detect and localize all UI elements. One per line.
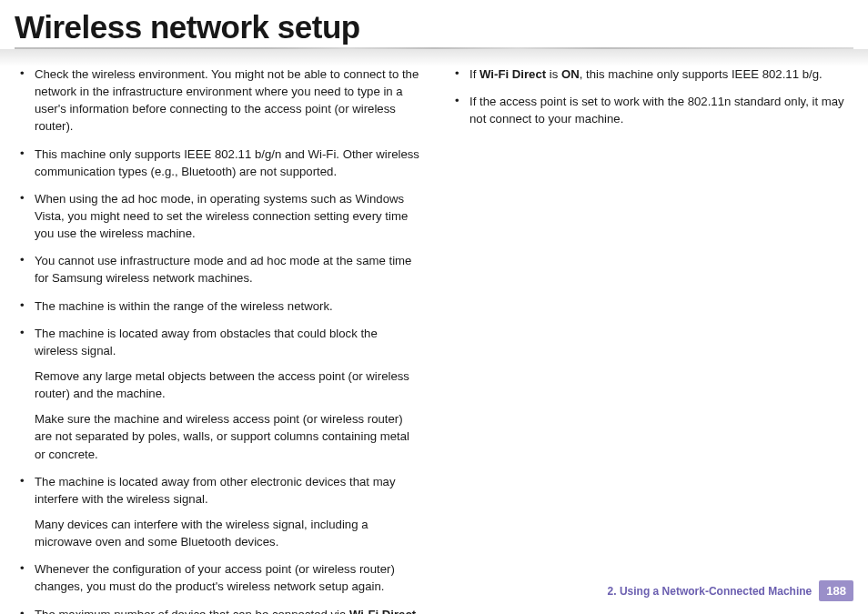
content-area: Check the wireless environment. You migh… [0,65,868,614]
list-item: Check the wireless environment. You migh… [35,65,420,136]
list-item: The machine is located away from other e… [35,473,420,551]
right-column: If Wi-Fi Direct is ON, this machine only… [448,65,855,614]
left-column: Check the wireless environment. You migh… [13,65,420,614]
list-item: If Wi-Fi Direct is ON, this machine only… [469,65,855,83]
list-item-subtext: Remove any large metal objects between t… [35,367,420,402]
title-divider [15,47,853,49]
list-item: The machine is located away from obstacl… [35,325,420,463]
left-bullet-list: Check the wireless environment. You migh… [13,65,420,614]
list-item-subtext: Many devices can interfere with the wire… [35,516,420,550]
list-item: The machine is within the range of the w… [35,297,420,315]
page-title: Wireless network setup [0,0,868,47]
list-item: You cannot use infrastructure mode and a… [35,252,420,287]
list-item: If the access point is set to work with … [469,93,855,127]
page-number-badge: 188 [819,580,853,601]
page-footer: 2. Using a Network-Connected Machine 188 [608,580,853,601]
list-item: This machine only supports IEEE 802.11 b… [35,146,420,180]
list-item: Whenever the configuration of your acces… [35,560,420,595]
right-bullet-list: If Wi-Fi Direct is ON, this machine only… [448,65,855,127]
list-item: When using the ad hoc mode, in operating… [35,190,420,242]
list-item-subtext: Make sure the machine and wireless acces… [35,410,420,462]
list-item: The maximum number of device that can be… [35,606,420,614]
footer-section-text: 2. Using a Network-Connected Machine [608,585,812,598]
